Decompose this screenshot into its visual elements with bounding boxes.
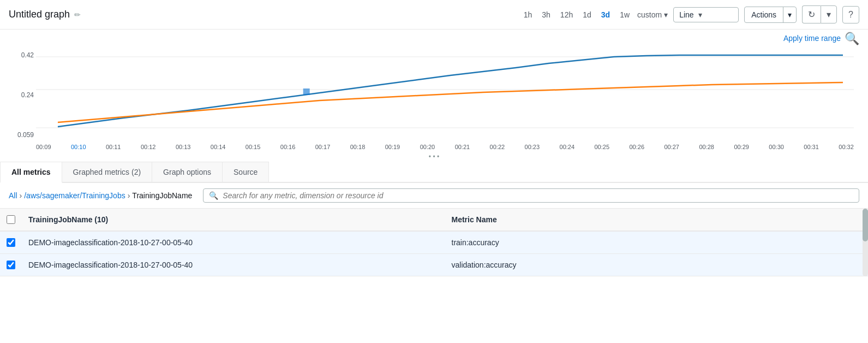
x-label-0014: 00:14: [211, 144, 226, 150]
svg-rect-3: [303, 88, 310, 95]
breadcrumb-sep-2: ›: [128, 191, 130, 200]
row2-checkbox-cell: [0, 259, 22, 270]
row2-metric: validation:accuracy: [445, 259, 869, 270]
x-label-0013: 00:13: [176, 144, 191, 150]
x-label-0018: 00:18: [350, 144, 366, 150]
graph-title-text: Untitled graph: [9, 9, 70, 20]
graph-title-container: Untitled graph ✏: [9, 9, 516, 20]
row1-checkbox[interactable]: [7, 238, 15, 247]
time-btn-1w[interactable]: 1w: [618, 9, 632, 20]
breadcrumb-path1[interactable]: /aws/sagemaker/TrainingJobs: [24, 191, 125, 200]
edit-icon[interactable]: ✏: [74, 10, 81, 19]
actions-button[interactable]: Actions ▾: [744, 7, 797, 23]
chart-type-dropdown[interactable]: Line ▾: [673, 7, 739, 22]
x-label-0024: 00:24: [560, 144, 575, 150]
table-row: DEMO-imageclassification-2018-10-27-00-0…: [0, 232, 868, 254]
tabs-bar: All metrics Graphed metrics (2) Graph op…: [0, 162, 868, 183]
breadcrumb-path2: TrainingJobName: [132, 191, 192, 200]
chart-type-arrow: ▾: [698, 10, 702, 19]
y-label-bot: 0.059: [9, 131, 34, 139]
x-label-0022: 00:22: [490, 144, 505, 150]
refresh-group: ↻ ▾: [802, 5, 837, 23]
search-row: 🔍: [203, 188, 859, 203]
apply-time-range-link[interactable]: Apply time range: [783, 34, 841, 43]
graph-area: Apply time range 🔍 0.42 0.24 0.059 00:09…: [0, 29, 868, 150]
table-row: DEMO-imageclassification-2018-10-27-00-0…: [0, 254, 868, 276]
x-label-0012: 00:12: [141, 144, 156, 150]
x-label-0019: 00:19: [385, 144, 400, 150]
time-range-buttons: 1h 3h 12h 1d 3d 1w custom ▾: [522, 9, 668, 20]
x-label-0029: 00:29: [734, 144, 749, 150]
x-label-0025: 00:25: [595, 144, 610, 150]
x-label-0010: 00:10: [71, 144, 86, 150]
row1-metric: train:accuracy: [445, 237, 869, 248]
x-label-0015: 00:15: [246, 144, 261, 150]
scrollbar[interactable]: [863, 209, 868, 276]
header-checkbox-cell: [0, 213, 22, 226]
col-header-metric-name: Metric Name: [445, 213, 869, 226]
x-label-0023: 00:23: [525, 144, 540, 150]
select-all-checkbox[interactable]: [7, 215, 15, 224]
x-label-0009: 00:09: [36, 144, 51, 150]
x-label-0031: 00:31: [804, 144, 819, 150]
x-label-0028: 00:28: [699, 144, 714, 150]
x-label-0016: 00:16: [280, 144, 296, 150]
help-button[interactable]: ?: [842, 6, 859, 23]
tab-graphed-metrics[interactable]: Graphed metrics (2): [62, 162, 152, 182]
x-label-0032: 00:32: [839, 144, 854, 150]
refresh-button[interactable]: ↻: [802, 5, 821, 23]
x-label-0017: 00:17: [315, 144, 331, 150]
x-axis-labels: 00:09 00:10 00:11 00:12 00:13 00:14 00:1…: [36, 141, 854, 150]
table-header: TrainingJobName (10) Metric Name: [0, 209, 868, 232]
refresh-dropdown-button[interactable]: ▾: [821, 5, 837, 23]
row2-checkbox[interactable]: [7, 261, 15, 269]
y-label-mid: 0.24: [9, 91, 34, 99]
col-header-training-job: TrainingJobName (10): [22, 213, 445, 226]
resize-handle[interactable]: • • •: [0, 150, 868, 162]
search-zoom-icon[interactable]: 🔍: [845, 32, 859, 46]
time-btn-12h[interactable]: 12h: [558, 9, 575, 20]
x-label-0026: 00:26: [629, 144, 644, 150]
breadcrumb-sep-1: ›: [20, 191, 22, 200]
actions-dropdown-arrow: ▾: [783, 7, 796, 22]
time-btn-custom[interactable]: custom ▾: [637, 10, 668, 19]
row2-training-job: DEMO-imageclassification-2018-10-27-00-0…: [22, 259, 445, 270]
custom-label: custom: [637, 10, 662, 19]
chart-svg: [36, 51, 854, 139]
top-bar: Untitled graph ✏ 1h 3h 12h 1d 3d 1w cust…: [0, 0, 868, 29]
chart-type-label: Line: [679, 10, 693, 19]
x-label-0027: 00:27: [664, 144, 679, 150]
time-btn-1d[interactable]: 1d: [580, 9, 594, 20]
time-btn-3h[interactable]: 3h: [540, 9, 553, 20]
scrollbar-thumb[interactable]: [863, 209, 868, 241]
tab-graph-options[interactable]: Graph options: [152, 162, 223, 182]
breadcrumb-row: All › /aws/sagemaker/TrainingJobs › Trai…: [0, 183, 868, 209]
x-label-0030: 00:30: [769, 144, 784, 150]
search-icon: 🔍: [209, 191, 218, 200]
time-btn-1h[interactable]: 1h: [522, 9, 535, 20]
breadcrumb-all[interactable]: All: [9, 191, 17, 200]
x-label-0020: 00:20: [420, 144, 435, 150]
row1-checkbox-cell: [0, 237, 22, 248]
search-input[interactable]: [223, 191, 853, 200]
table-container: TrainingJobName (10) Metric Name DEMO-im…: [0, 209, 868, 276]
x-label-0011: 00:11: [106, 144, 121, 150]
tab-source[interactable]: Source: [222, 162, 269, 182]
y-label-top: 0.42: [9, 51, 34, 59]
custom-dropdown-arrow: ▾: [664, 10, 668, 19]
actions-label: Actions: [745, 7, 783, 22]
row1-training-job: DEMO-imageclassification-2018-10-27-00-0…: [22, 237, 445, 248]
x-label-0021: 00:21: [455, 144, 470, 150]
chart-container: 0.42 0.24 0.059 00:09 00:10 00:11 00:12 …: [9, 51, 859, 150]
time-btn-3d[interactable]: 3d: [599, 9, 612, 20]
tab-all-metrics[interactable]: All metrics: [0, 162, 62, 183]
y-axis-labels: 0.42 0.24 0.059: [9, 51, 34, 150]
